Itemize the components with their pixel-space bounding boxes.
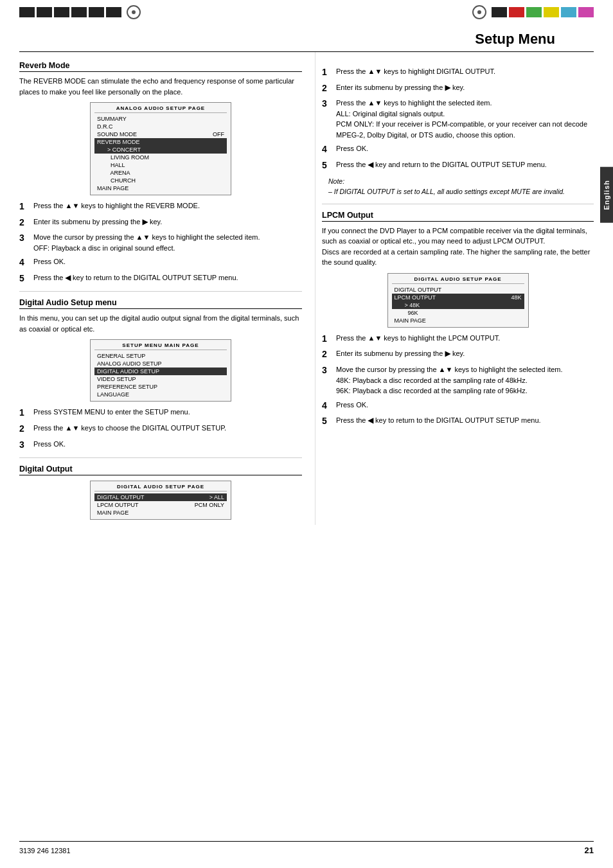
das-row-general: GENERAL SETUP [94,352,227,360]
reverb-step-4: 4 Press OK. [19,256,302,269]
bar-seg-5 [89,7,104,17]
lpcm-step-1: 1 Press the ▲▼ keys to highlight the LPC… [322,333,594,346]
lpcm-steps: 1 Press the ▲▼ keys to highlight the LPC… [322,333,594,428]
lpcm-step-4: 4 Press OK. [322,400,594,412]
page-title: Setup Menu [475,31,555,48]
das-step-1: 1 Press SYSTEM MENU to enter the SETUP m… [19,407,302,420]
do-step-5: 5 Press the ◀ key and return to the DIGI… [322,159,594,172]
bar-seg-3 [54,7,69,17]
reverb-row-summary: SUMMARY [94,115,227,123]
crosshair-center-right [477,10,481,14]
catalog-number: 3139 246 12381 [19,847,71,855]
divider-2 [19,457,302,458]
rbar-4 [544,7,559,17]
divider-1 [19,291,302,292]
rbar-2 [509,7,524,17]
reverb-sub-church: CHURCH [94,177,227,184]
do-step-1: 1 Press the ▲▼ keys to highlight DIGITAL… [322,66,594,79]
digital-output-section: Digital Output DIGITAL AUDIO SETUP PAGE … [19,465,302,520]
das-steps: 1 Press SYSTEM MENU to enter the SETUP m… [19,407,302,451]
do-steps: 1 Press the ▲▼ keys to highlight DIGITAL… [322,66,594,172]
reverb-sub-concert: > CONCERT [94,146,227,154]
crosshair-center [132,10,136,14]
reverb-step-5: 5 Press the ◀ key to return to the DIGIT… [19,272,302,285]
right-color-bars [492,7,594,17]
das-row-digital: DIGITAL AUDIO SETUP [94,368,227,375]
lpcm-row-digitaloutput: DIGITAL OUTPUT [392,286,524,294]
reverb-row-reverbmode: REVERB MODE [94,138,227,146]
digital-output-title: Digital Output [19,465,302,475]
reverb-row-drc: D.R.C [94,123,227,130]
bar-seg-1 [19,7,35,17]
divider-3 [322,204,594,204]
digital-audio-setup-description: In this menu, you can set up the digital… [19,313,302,334]
rbar-3 [526,7,542,17]
note-text: – If DIGITAL OUTPUT is set to ALL, all a… [328,188,565,195]
right-column: 1 Press the ▲▼ keys to highlight DIGITAL… [315,52,594,525]
language-tab: English [600,167,613,223]
das-row-preference: PREFERENCE SETUP [94,383,227,391]
main-content: Reverb Mode The REVERB MODE can stimulat… [0,52,613,525]
note-label: Note: [328,177,344,185]
reverb-mode-section: Reverb Mode The REVERB MODE can stimulat… [19,61,302,285]
rbar-5 [561,7,576,17]
reverb-mode-description: The REVERB MODE can stimulate the echo a… [19,76,302,97]
digital-output-note: Note: – If DIGITAL OUTPUT is set to ALL,… [328,177,594,197]
reverb-screen-title: ANALOG AUDIO SETUP PAGE [94,105,227,113]
page-footer: 3139 246 12381 21 [19,841,594,855]
bar-seg-4 [71,7,87,17]
do-step-4: 4 Press OK. [322,143,594,156]
bar-seg-6 [106,7,121,17]
lpcm-step-2: 2 Enter its submenu by pressing the ▶ ke… [322,348,594,361]
lpcm-description: If you connect the DVD Player to a PCM c… [322,226,594,268]
das-screen: SETUP MENU MAIN PAGE GENERAL SETUP ANALO… [90,339,231,402]
reverb-steps: 1 Press the ▲▼ keys to highlight the REV… [19,200,302,285]
do-row-digital-output: DIGITAL OUTPUT> ALL [94,493,227,501]
lpcm-step-3: 3 Move the cursor by pressing the ▲▼ key… [322,364,594,396]
lpcm-output-section: LPCM Output If you connect the DVD Playe… [322,211,594,428]
digital-audio-setup-title: Digital Audio Setup menu [19,298,302,309]
page-number: 21 [585,846,594,855]
reverb-row-soundmode: SOUND MODEOFF [94,130,227,138]
do-screen: DIGITAL AUDIO SETUP PAGE DIGITAL OUTPUT>… [90,481,231,520]
do-step-3: 3 Press the ▲▼ keys to highlight the sel… [322,98,594,140]
reverb-screen: ANALOG AUDIO SETUP PAGE SUMMARY D.R.C SO… [90,102,231,195]
lpcm-step-5: 5 Press the ◀ key to return to the DIGIT… [322,415,594,428]
do-step-2: 2 Enter its submenu by pressing the ▶ ke… [322,82,594,95]
lpcm-sub-48k: > 48K [392,301,524,309]
reverb-sub-arena: ARENA [94,169,227,177]
lpcm-screen-title: DIGITAL AUDIO SETUP PAGE [392,276,524,284]
lpcm-row-lpcm: LPCM OUTPUT48K [392,294,524,301]
crosshair-icon-left [127,5,141,19]
lpcm-screen: DIGITAL AUDIO SETUP PAGE DIGITAL OUTPUT … [387,273,529,328]
left-column: Reverb Mode The REVERB MODE can stimulat… [19,52,302,525]
reverb-sub-livingroom: LIVING ROOM [94,154,227,161]
das-row-analog: ANALOG AUDIO SETUP [94,360,227,368]
das-row-language: LANGUAGE [94,391,227,398]
rbar-1 [492,7,507,17]
rbar-6 [578,7,594,17]
reverb-step-1: 1 Press the ▲▼ keys to highlight the REV… [19,200,302,213]
reverb-step-3: 3 Move the cursor by pressing the ▲▼ key… [19,232,302,253]
do-screen-title: DIGITAL AUDIO SETUP PAGE [94,484,227,492]
lpcm-output-title: LPCM Output [322,211,594,222]
left-color-bars [19,7,121,17]
lpcm-sub-96k: 96K [392,309,524,317]
crosshair-icon-right [472,5,486,19]
do-row-lpcm: LPCM OUTPUTPCM ONLY [94,501,227,509]
digital-output-steps-section: 1 Press the ▲▼ keys to highlight DIGITAL… [322,66,594,197]
bar-seg-2 [37,7,52,17]
reverb-mode-title: Reverb Mode [19,61,302,72]
lpcm-row-main: MAIN PAGE [392,317,524,324]
reverb-sub-hall: HALL [94,161,227,169]
reverb-step-2: 2 Enter its submenu by pressing the ▶ ke… [19,217,302,229]
das-row-video: VIDEO SETUP [94,375,227,383]
top-decoration [19,5,594,19]
das-step-2: 2 Press the ▲▼ keys to choose the DIGITA… [19,423,302,436]
das-step-3: 3 Press OK. [19,439,302,452]
das-screen-title: SETUP MENU MAIN PAGE [94,342,227,350]
reverb-row-mainpage: MAIN PAGE [94,184,227,192]
do-row-main: MAIN PAGE [94,509,227,517]
digital-audio-setup-section: Digital Audio Setup menu In this menu, y… [19,298,302,451]
page-header: Setup Menu [19,19,594,52]
